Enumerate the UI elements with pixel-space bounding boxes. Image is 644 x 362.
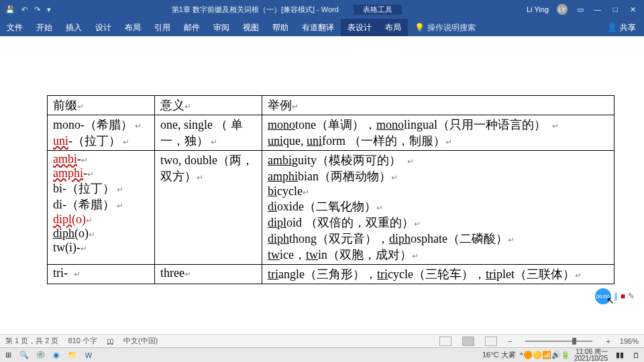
web-layout-icon[interactable] bbox=[485, 337, 497, 346]
start-icon[interactable]: ⊞ bbox=[0, 351, 16, 359]
maximize-icon[interactable]: □ bbox=[610, 5, 620, 13]
tray-icon[interactable]: 🟠 bbox=[523, 351, 533, 359]
share-icon: 👤 bbox=[607, 23, 617, 32]
search-icon[interactable]: 🔍 bbox=[16, 351, 32, 359]
document-area[interactable]: 前缀↵ 意义↵ 举例↵ mono-（希腊） ↵ uni-（拉丁） ↵ one, … bbox=[0, 36, 644, 334]
tellme-search[interactable]: 💡 操作说明搜索 bbox=[408, 19, 482, 36]
page-indicator[interactable]: 第 1 页，共 2 页 bbox=[5, 336, 58, 346]
avatar[interactable]: LY bbox=[557, 4, 568, 15]
recording-widget[interactable]: 00:00 ∥ ■ ✎ bbox=[595, 288, 635, 304]
word-icon[interactable]: W bbox=[80, 351, 97, 359]
tab-table-layout[interactable]: 布局 bbox=[378, 19, 408, 36]
tray-icon[interactable]: 🔊 bbox=[551, 351, 561, 359]
tray-icon[interactable]: 📶 bbox=[542, 351, 551, 359]
zoom-out-icon[interactable]: − bbox=[508, 337, 512, 345]
tab-file[interactable]: 文件 bbox=[0, 19, 30, 36]
word-count[interactable]: 810 个字 bbox=[68, 336, 97, 346]
save-icon[interactable]: 💾 bbox=[5, 5, 15, 14]
undo-icon[interactable]: ↶ bbox=[21, 5, 28, 14]
tabletools-label: 表格工具 bbox=[354, 5, 402, 15]
tray-icon[interactable]: 🟡 bbox=[533, 351, 542, 359]
tray-icon[interactable]: 🔋 bbox=[561, 351, 570, 359]
document-title: 第1章 数字前缀及相关词根（一）[兼容模式] - Word bbox=[172, 5, 339, 13]
tab-table-design[interactable]: 表设计 bbox=[341, 19, 378, 36]
clock[interactable]: 11:06 周一 2021/10/25 bbox=[570, 349, 612, 362]
language[interactable]: 中文(中国) bbox=[123, 336, 158, 346]
prefix-table: 前缀↵ 意义↵ 举例↵ mono-（希腊） ↵ uni-（拉丁） ↵ one, … bbox=[47, 95, 614, 284]
username[interactable]: Li Ying bbox=[527, 5, 549, 13]
tab-home[interactable]: 开始 bbox=[30, 19, 59, 36]
cursor-icon: ↖ bbox=[606, 295, 614, 306]
read-mode-icon[interactable] bbox=[439, 337, 451, 346]
tab-layout[interactable]: 布局 bbox=[118, 19, 148, 36]
zoom-slider[interactable] bbox=[525, 341, 592, 342]
taskbar: ⊞ 🔍 ⓔ ◉ 📁 W 16°C 大雾 ^ 🟠 🟡 📶 🔊 🔋 11:06 周一… bbox=[0, 347, 644, 362]
redo-icon[interactable]: ↷ bbox=[34, 5, 40, 14]
tab-view[interactable]: 视图 bbox=[236, 19, 266, 36]
tab-help[interactable]: 帮助 bbox=[266, 19, 295, 36]
minimize-icon[interactable]: — bbox=[593, 5, 602, 13]
ribbon: 文件 开始 插入 设计 布局 引用 邮件 审阅 视图 帮助 有道翻译 表设计 布… bbox=[0, 19, 644, 36]
tab-references[interactable]: 引用 bbox=[148, 19, 177, 36]
ie-icon[interactable]: ⓔ bbox=[32, 350, 48, 360]
close-icon[interactable]: ✕ bbox=[628, 5, 637, 14]
print-layout-icon[interactable] bbox=[462, 337, 474, 346]
zoom-in-icon[interactable]: + bbox=[606, 337, 610, 345]
tab-review[interactable]: 审阅 bbox=[207, 19, 236, 36]
qa-more-icon[interactable]: ▾ bbox=[47, 5, 51, 14]
tab-design[interactable]: 设计 bbox=[89, 19, 118, 36]
explorer-icon[interactable]: 📁 bbox=[64, 351, 80, 359]
titlebar: 💾 ↶ ↷ ▾ 第1章 数字前缀及相关词根（一）[兼容模式] - Word 表格… bbox=[0, 0, 644, 19]
tab-mailings[interactable]: 邮件 bbox=[177, 19, 207, 36]
pen-icon[interactable]: ✎ bbox=[628, 292, 635, 301]
lightbulb-icon: 💡 bbox=[415, 19, 425, 36]
tab-insert[interactable]: 插入 bbox=[59, 19, 89, 36]
statusbar: 第 1 页，共 2 页 810 个字 🕮 中文(中国) − + 196% bbox=[0, 334, 644, 347]
zoom-level[interactable]: 196% bbox=[620, 337, 639, 345]
proofing-icon[interactable]: 🕮 bbox=[107, 337, 114, 345]
edge-icon[interactable]: ◉ bbox=[48, 351, 64, 359]
tray-note-icon[interactable]: 🗒 bbox=[628, 351, 644, 359]
tray-app-icon[interactable]: ▮▮ bbox=[612, 351, 628, 359]
stop-icon[interactable]: ■ bbox=[621, 292, 625, 301]
weather-widget[interactable]: 16°C 大雾 bbox=[482, 350, 516, 360]
tab-youdao[interactable]: 有道翻译 bbox=[295, 19, 341, 36]
share-button[interactable]: 👤 共享 bbox=[599, 22, 644, 34]
ribbon-options-icon[interactable]: ▭ bbox=[576, 5, 585, 14]
